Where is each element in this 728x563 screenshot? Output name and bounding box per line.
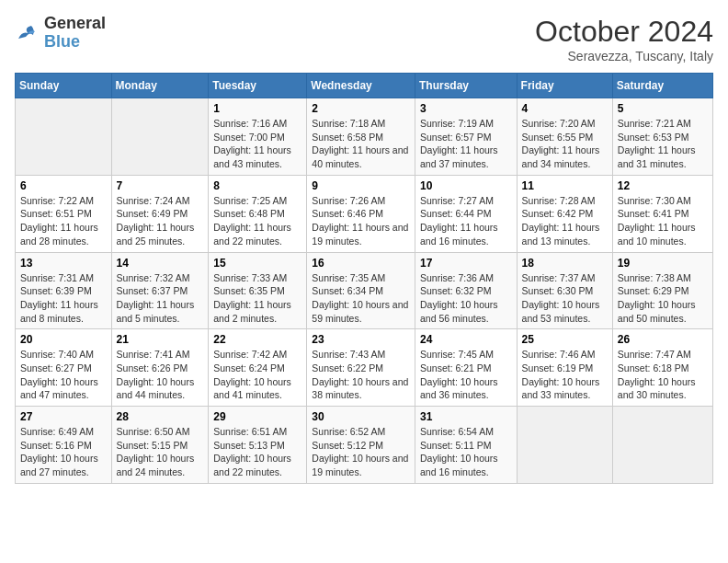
- day-info: Sunrise: 6:50 AM Sunset: 5:15 PM Dayligh…: [117, 425, 204, 479]
- calendar-cell: 17Sunrise: 7:36 AM Sunset: 6:32 PM Dayli…: [415, 252, 517, 329]
- day-number: 15: [213, 257, 301, 270]
- day-info: Sunrise: 7:47 AM Sunset: 6:18 PM Dayligh…: [618, 348, 708, 402]
- location-title: Seravezza, Tuscany, Italy: [535, 49, 713, 63]
- calendar-cell: 11Sunrise: 7:28 AM Sunset: 6:42 PM Dayli…: [517, 175, 612, 252]
- calendar-table: SundayMondayTuesdayWednesdayThursdayFrid…: [15, 73, 713, 484]
- day-number: 9: [312, 179, 410, 192]
- day-number: 5: [618, 102, 708, 115]
- calendar-cell: 7Sunrise: 7:24 AM Sunset: 6:49 PM Daylig…: [111, 175, 209, 252]
- weekday-header-saturday: Saturday: [612, 74, 712, 98]
- day-info: Sunrise: 7:31 AM Sunset: 6:39 PM Dayligh…: [20, 271, 107, 326]
- day-number: 28: [117, 410, 204, 423]
- calendar-cell: 13Sunrise: 7:31 AM Sunset: 6:39 PM Dayli…: [16, 252, 112, 329]
- calendar-cell: 24Sunrise: 7:45 AM Sunset: 6:21 PM Dayli…: [415, 329, 517, 407]
- calendar-cell: 28Sunrise: 6:50 AM Sunset: 5:15 PM Dayli…: [111, 407, 209, 484]
- day-info: Sunrise: 7:16 AM Sunset: 7:00 PM Dayligh…: [213, 117, 301, 171]
- day-info: Sunrise: 6:51 AM Sunset: 5:13 PM Dayligh…: [213, 425, 301, 479]
- day-number: 3: [420, 102, 512, 115]
- day-info: Sunrise: 7:38 AM Sunset: 6:29 PM Dayligh…: [618, 271, 708, 326]
- title-block: October 2024 Seravezza, Tuscany, Italy: [535, 15, 713, 63]
- day-number: 18: [522, 257, 608, 270]
- logo-bird-icon: [15, 22, 40, 44]
- calendar-cell: 27Sunrise: 6:49 AM Sunset: 5:16 PM Dayli…: [16, 407, 112, 484]
- day-number: 31: [420, 410, 512, 423]
- day-number: 10: [420, 179, 512, 192]
- calendar-cell: 18Sunrise: 7:37 AM Sunset: 6:30 PM Dayli…: [517, 252, 612, 329]
- weekday-header-friday: Friday: [517, 74, 612, 98]
- weekday-header-row: SundayMondayTuesdayWednesdayThursdayFrid…: [16, 74, 713, 98]
- calendar-cell: 25Sunrise: 7:46 AM Sunset: 6:19 PM Dayli…: [517, 329, 612, 407]
- month-title: October 2024: [535, 15, 713, 49]
- day-number: 16: [312, 257, 410, 270]
- day-number: 6: [20, 179, 107, 192]
- calendar-cell: 5Sunrise: 7:21 AM Sunset: 6:53 PM Daylig…: [612, 98, 712, 176]
- calendar-cell: 6Sunrise: 7:22 AM Sunset: 6:51 PM Daylig…: [16, 175, 112, 252]
- calendar-cell: 9Sunrise: 7:26 AM Sunset: 6:46 PM Daylig…: [307, 175, 415, 252]
- calendar-cell: 31Sunrise: 6:54 AM Sunset: 5:11 PM Dayli…: [415, 407, 517, 484]
- logo: General Blue: [15, 15, 106, 52]
- day-info: Sunrise: 7:37 AM Sunset: 6:30 PM Dayligh…: [522, 271, 608, 326]
- day-info: Sunrise: 7:20 AM Sunset: 6:55 PM Dayligh…: [522, 117, 608, 171]
- day-info: Sunrise: 7:24 AM Sunset: 6:49 PM Dayligh…: [117, 194, 204, 248]
- day-info: Sunrise: 7:30 AM Sunset: 6:41 PM Dayligh…: [618, 194, 708, 248]
- calendar-cell: 15Sunrise: 7:33 AM Sunset: 6:35 PM Dayli…: [209, 252, 307, 329]
- day-info: Sunrise: 7:42 AM Sunset: 6:24 PM Dayligh…: [213, 348, 301, 402]
- calendar-cell: 16Sunrise: 7:35 AM Sunset: 6:34 PM Dayli…: [307, 252, 415, 329]
- weekday-header-wednesday: Wednesday: [307, 74, 415, 98]
- calendar-cell: [16, 98, 112, 176]
- day-info: Sunrise: 7:32 AM Sunset: 6:37 PM Dayligh…: [117, 271, 204, 326]
- day-info: Sunrise: 7:46 AM Sunset: 6:19 PM Dayligh…: [522, 348, 608, 402]
- day-number: 11: [522, 179, 608, 192]
- day-info: Sunrise: 7:26 AM Sunset: 6:46 PM Dayligh…: [312, 194, 410, 248]
- day-number: 24: [420, 333, 512, 346]
- day-info: Sunrise: 7:36 AM Sunset: 6:32 PM Dayligh…: [420, 271, 512, 326]
- day-number: 13: [20, 257, 107, 270]
- calendar-cell: 14Sunrise: 7:32 AM Sunset: 6:37 PM Dayli…: [111, 252, 209, 329]
- calendar-cell: 29Sunrise: 6:51 AM Sunset: 5:13 PM Dayli…: [209, 407, 307, 484]
- day-number: 26: [618, 333, 708, 346]
- day-number: 7: [117, 179, 204, 192]
- day-info: Sunrise: 7:33 AM Sunset: 6:35 PM Dayligh…: [213, 271, 301, 326]
- day-info: Sunrise: 7:27 AM Sunset: 6:44 PM Dayligh…: [420, 194, 512, 248]
- calendar-cell: 8Sunrise: 7:25 AM Sunset: 6:48 PM Daylig…: [209, 175, 307, 252]
- calendar-cell: 1Sunrise: 7:16 AM Sunset: 7:00 PM Daylig…: [209, 98, 307, 176]
- day-number: 29: [213, 410, 301, 423]
- calendar-week-row: 20Sunrise: 7:40 AM Sunset: 6:27 PM Dayli…: [16, 329, 713, 407]
- day-info: Sunrise: 6:52 AM Sunset: 5:12 PM Dayligh…: [312, 425, 410, 479]
- day-info: Sunrise: 7:41 AM Sunset: 6:26 PM Dayligh…: [117, 348, 204, 402]
- day-info: Sunrise: 7:28 AM Sunset: 6:42 PM Dayligh…: [522, 194, 608, 248]
- weekday-header-sunday: Sunday: [16, 74, 112, 98]
- day-number: 14: [117, 257, 204, 270]
- calendar-week-row: 6Sunrise: 7:22 AM Sunset: 6:51 PM Daylig…: [16, 175, 713, 252]
- calendar-cell: 3Sunrise: 7:19 AM Sunset: 6:57 PM Daylig…: [415, 98, 517, 176]
- calendar-cell: 4Sunrise: 7:20 AM Sunset: 6:55 PM Daylig…: [517, 98, 612, 176]
- logo-line1: General: [44, 15, 106, 33]
- calendar-cell: 20Sunrise: 7:40 AM Sunset: 6:27 PM Dayli…: [16, 329, 112, 407]
- day-info: Sunrise: 7:18 AM Sunset: 6:58 PM Dayligh…: [312, 117, 410, 171]
- day-info: Sunrise: 7:45 AM Sunset: 6:21 PM Dayligh…: [420, 348, 512, 402]
- weekday-header-thursday: Thursday: [415, 74, 517, 98]
- day-number: 1: [213, 102, 301, 115]
- day-number: 8: [213, 179, 301, 192]
- day-number: 22: [213, 333, 301, 346]
- day-number: 23: [312, 333, 410, 346]
- calendar-cell: 21Sunrise: 7:41 AM Sunset: 6:26 PM Dayli…: [111, 329, 209, 407]
- day-number: 20: [20, 333, 107, 346]
- calendar-cell: 23Sunrise: 7:43 AM Sunset: 6:22 PM Dayli…: [307, 329, 415, 407]
- day-number: 17: [420, 257, 512, 270]
- day-number: 27: [20, 410, 107, 423]
- day-info: Sunrise: 7:40 AM Sunset: 6:27 PM Dayligh…: [20, 348, 107, 402]
- day-number: 12: [618, 179, 708, 192]
- day-number: 25: [522, 333, 608, 346]
- day-info: Sunrise: 7:22 AM Sunset: 6:51 PM Dayligh…: [20, 194, 107, 248]
- calendar-week-row: 27Sunrise: 6:49 AM Sunset: 5:16 PM Dayli…: [16, 407, 713, 484]
- calendar-cell: 10Sunrise: 7:27 AM Sunset: 6:44 PM Dayli…: [415, 175, 517, 252]
- day-info: Sunrise: 7:19 AM Sunset: 6:57 PM Dayligh…: [420, 117, 512, 171]
- weekday-header-tuesday: Tuesday: [209, 74, 307, 98]
- day-number: 4: [522, 102, 608, 115]
- calendar-cell: 2Sunrise: 7:18 AM Sunset: 6:58 PM Daylig…: [307, 98, 415, 176]
- day-info: Sunrise: 7:25 AM Sunset: 6:48 PM Dayligh…: [213, 194, 301, 248]
- logo-line2: Blue: [44, 32, 80, 51]
- day-number: 21: [117, 333, 204, 346]
- calendar-week-row: 13Sunrise: 7:31 AM Sunset: 6:39 PM Dayli…: [16, 252, 713, 329]
